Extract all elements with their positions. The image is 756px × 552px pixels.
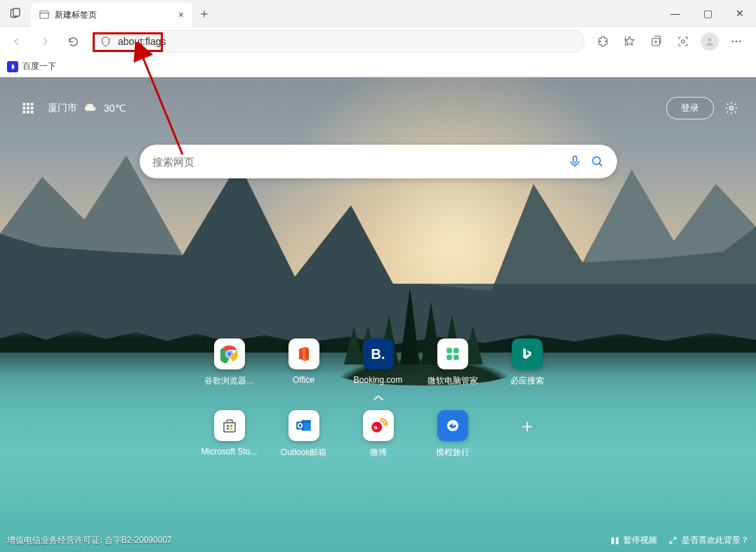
bookmark-favicon-icon (7, 61, 18, 72)
search-container (140, 145, 617, 178)
svg-rect-15 (23, 107, 26, 110)
svg-rect-1 (13, 8, 20, 16)
quick-link-tile-icon: B. (363, 339, 394, 369)
window-minimize-button[interactable]: — (659, 0, 691, 26)
quick-link-msstore[interactable]: Microsoft Sto... (192, 410, 267, 475)
search-input[interactable] (152, 156, 559, 168)
svg-rect-36 (227, 428, 229, 430)
quick-link-tile-icon (214, 410, 245, 441)
toolbar (0, 27, 756, 56)
svg-point-44 (374, 428, 376, 429)
svg-rect-14 (31, 103, 34, 106)
extensions-icon[interactable] (590, 30, 616, 53)
svg-point-9 (736, 41, 737, 42)
quick-link-tile-icon (363, 410, 394, 441)
favorites-icon[interactable] (617, 30, 642, 53)
svg-point-29 (227, 352, 232, 356)
window-controls: — ▢ ✕ (659, 0, 756, 26)
svg-rect-30 (446, 348, 452, 353)
forward-button[interactable] (32, 30, 58, 53)
tab-active[interactable]: 新建标签页 × (31, 3, 192, 27)
quick-link-tile-icon (437, 339, 468, 369)
screenshot-icon[interactable] (670, 30, 696, 53)
quick-link-chrome[interactable]: 谷歌浏览器... (192, 339, 267, 403)
toolbar-right (590, 30, 752, 53)
quick-link-tile-icon (437, 410, 468, 441)
svg-rect-12 (23, 103, 26, 106)
titlebar-drag (216, 0, 659, 26)
quick-link-ctrip[interactable]: 携程旅行 (416, 410, 490, 475)
tab-actions-button[interactable] (0, 0, 31, 26)
ntp-header: 厦门市 30℃ 登录 (0, 97, 756, 119)
collections-icon[interactable] (644, 30, 669, 53)
license-text: 增值电信业务经营许可证: 合字B2-20090007 (7, 534, 611, 546)
quick-link-pcmanager[interactable]: 微软电脑管家 (416, 339, 490, 403)
refresh-button[interactable] (60, 30, 86, 53)
quick-link-office[interactable]: Office (267, 339, 341, 403)
quick-link-label: 谷歌浏览器... (204, 375, 253, 387)
pause-video-button[interactable]: 暂停视频 (611, 534, 657, 546)
pause-icon (611, 537, 619, 545)
weather-icon (83, 100, 98, 116)
bookmark-label: 百度一下 (22, 60, 56, 72)
quick-link-tile-icon (214, 339, 245, 369)
quick-link-tile-icon (289, 339, 319, 369)
quick-link-tile-icon (512, 339, 543, 369)
svg-rect-18 (23, 111, 26, 114)
quick-link-label: Booking.com (354, 375, 402, 385)
quick-link-label: Microsoft Sto... (201, 447, 257, 456)
more-menu-button[interactable] (724, 30, 749, 53)
back-button[interactable] (4, 30, 29, 53)
ntp-footer: 增值电信业务经营许可证: 合字B2-20090007 暂停视频 是否喜欢此背景？ (0, 534, 756, 546)
quick-link-add[interactable]: ＋ . (490, 410, 564, 475)
svg-rect-33 (453, 355, 459, 360)
search-box[interactable] (140, 145, 617, 178)
login-button[interactable]: 登录 (666, 97, 714, 119)
weather-city: 厦门市 (48, 102, 77, 114)
quick-link-bing[interactable]: 必应搜索 (490, 339, 564, 403)
search-icon[interactable] (590, 155, 604, 169)
svg-point-24 (592, 157, 600, 164)
tab-close-button[interactable]: × (178, 9, 184, 20)
svg-point-10 (739, 41, 741, 42)
quick-link-label: Outlook邮箱 (281, 447, 326, 459)
quick-link-label: 携程旅行 (436, 447, 470, 459)
quick-link-label: 必应搜索 (510, 375, 544, 387)
tab-favicon-icon (39, 10, 49, 20)
quick-link-label: Office (293, 375, 314, 385)
quick-link-booking[interactable]: B. Booking.com (341, 339, 416, 403)
quick-link-outlook[interactable]: Outlook邮箱 (267, 410, 341, 475)
url-input[interactable] (118, 36, 576, 47)
weather-temp: 30℃ (104, 103, 126, 114)
quick-links: 谷歌浏览器... Office B. Booking.com 微软电脑管家 必应… (192, 339, 564, 475)
svg-rect-2 (40, 11, 48, 19)
background-feedback-button[interactable]: 是否喜欢此背景？ (668, 534, 749, 546)
settings-button[interactable] (724, 100, 739, 116)
window-close-button[interactable]: ✕ (724, 0, 756, 26)
svg-rect-35 (230, 425, 232, 427)
svg-rect-47 (611, 537, 614, 544)
plus-icon: ＋ (512, 410, 543, 441)
svg-line-25 (599, 164, 602, 166)
svg-rect-34 (227, 425, 229, 427)
quick-link-weibo[interactable]: 微博 (341, 410, 416, 475)
new-tab-button[interactable]: ＋ (192, 0, 216, 26)
tab-title: 新建标签页 (55, 9, 173, 21)
avatar-icon (701, 32, 719, 51)
ntp-content: 厦门市 30℃ 登录 谷 (0, 77, 756, 552)
svg-rect-32 (446, 355, 452, 360)
bookmark-item[interactable]: 百度一下 (7, 60, 56, 72)
svg-point-22 (730, 107, 734, 110)
window-maximize-button[interactable]: ▢ (691, 0, 724, 26)
weather-widget[interactable]: 厦门市 30℃ (48, 100, 126, 116)
address-bar[interactable] (91, 30, 585, 53)
svg-rect-17 (31, 107, 34, 110)
app-launcher-button[interactable] (17, 97, 39, 119)
voice-search-icon[interactable] (568, 155, 582, 169)
svg-point-46 (452, 424, 454, 426)
titlebar: 新建标签页 × ＋ — ▢ ✕ (0, 0, 756, 27)
profile-button[interactable] (697, 30, 722, 53)
svg-rect-23 (573, 157, 576, 163)
site-info-icon[interactable] (100, 37, 111, 47)
svg-rect-31 (453, 348, 459, 353)
